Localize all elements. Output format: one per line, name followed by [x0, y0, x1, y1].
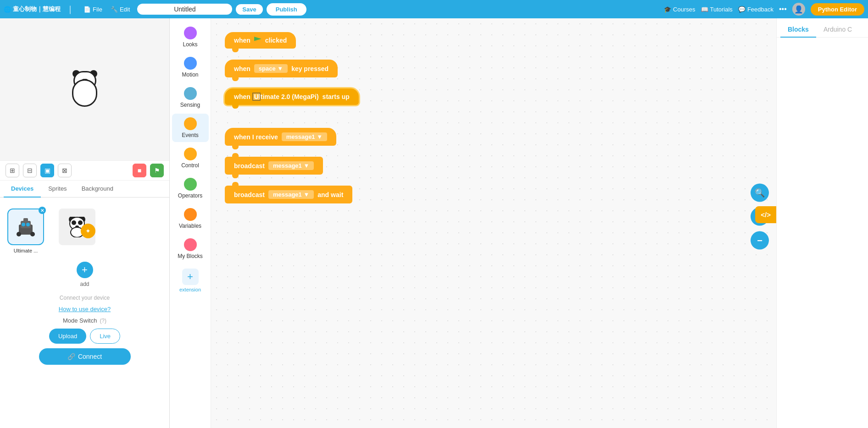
tab-arduino-c[interactable]: Arduino C	[816, 22, 859, 38]
blocks-content: when clicked when space ▼ key pressed	[211, 18, 776, 217]
broadcast-wait-dropdown[interactable]: message1 ▼	[268, 190, 314, 199]
file-menu[interactable]: 📄 File	[80, 4, 106, 15]
panda-body	[72, 79, 97, 107]
add-device-label: add	[80, 281, 89, 287]
broadcast-dropdown[interactable]: message1 ▼	[268, 161, 314, 170]
layout-4-button[interactable]: ⊠	[58, 164, 72, 177]
publish-button[interactable]: Publish	[267, 3, 306, 16]
svg-rect-5	[30, 232, 35, 236]
run-button[interactable]: ⚑	[150, 164, 164, 177]
right-tabs: Blocks Arduino C	[777, 18, 868, 38]
zoom-out-button[interactable]: −	[751, 231, 769, 250]
device-close-button[interactable]: ✕	[39, 207, 46, 214]
add-extension-button[interactable]: +	[182, 269, 199, 285]
courses-link[interactable]: 🎓 Courses	[664, 6, 695, 13]
tab-devices[interactable]: Devices	[4, 181, 41, 198]
more-options[interactable]: •••	[779, 5, 787, 13]
tab-sprites[interactable]: Sprites	[41, 181, 74, 198]
user-avatar[interactable]: 👤	[792, 3, 805, 16]
extension-label: extension	[179, 287, 201, 292]
device-robot-icon	[14, 215, 37, 238]
receive-dropdown[interactable]: message1 ▼	[282, 132, 327, 141]
live-button[interactable]: Live	[90, 329, 120, 344]
feedback-link[interactable]: 💬 Feedback	[738, 6, 773, 13]
block-when-flag-clicked[interactable]: when clicked	[225, 32, 762, 49]
tutorials-link[interactable]: 📖 Tutorials	[701, 6, 733, 13]
svg-rect-4	[17, 232, 21, 236]
tab-background[interactable]: Background	[74, 181, 121, 198]
block-when-receive[interactable]: when I receive message1 ▼	[225, 128, 762, 146]
add-device-button[interactable]: +	[77, 262, 93, 278]
code-tag-button[interactable]: </>	[755, 206, 776, 223]
block-broadcast[interactable]: broadcast message1 ▼	[225, 157, 762, 175]
layout-3-button[interactable]: ▣	[40, 164, 54, 177]
mode-switch-help-icon[interactable]: (?)	[100, 318, 106, 324]
motion-label: Motion	[182, 71, 198, 78]
operators-label: Operators	[178, 192, 202, 199]
mode-switch-label: Mode Switch	[63, 317, 97, 324]
topnav-menu: 📄 File 🔧 Edit	[80, 4, 134, 15]
block-when-startup[interactable]: when Ultimate 2.0 (MegaPi) starts up	[225, 88, 762, 105]
motion-dot	[184, 57, 197, 70]
block-when-key-pressed[interactable]: when space ▼ key pressed	[225, 60, 762, 77]
layout-1-button[interactable]: ⊞	[6, 164, 19, 177]
layout-icons: ⊞ ⊟ ▣ ⊠	[6, 164, 72, 177]
right-tools-area	[777, 38, 868, 428]
connect-icon: 🔗	[67, 353, 75, 360]
variables-dot	[184, 208, 197, 221]
events-dot	[184, 117, 197, 130]
layout-2-button[interactable]: ⊟	[23, 164, 37, 177]
palette-variables[interactable]: Variables	[172, 204, 209, 233]
sprite-badge: ✦	[81, 224, 95, 238]
left-tabs: Devices Sprites Background	[0, 181, 169, 198]
right-panel: Blocks Arduino C	[776, 18, 868, 428]
device-card-ultimate[interactable]: ✕	[7, 209, 44, 245]
palette-events[interactable]: Events	[172, 114, 209, 142]
blocks-workspace[interactable]: when clicked when space ▼ key pressed	[211, 18, 776, 428]
topnav: 🌐 童心制物｜慧编程 ｜ 📄 File 🔧 Edit Save Publish …	[0, 0, 868, 18]
palette-operators[interactable]: Operators	[172, 174, 209, 203]
palette-motion[interactable]: Motion	[172, 53, 209, 82]
tab-blocks[interactable]: Blocks	[780, 22, 816, 38]
brand-logo: 🌐 童心制物｜慧编程	[4, 5, 61, 13]
svg-point-10	[72, 220, 76, 225]
brand-globe-icon: 🌐	[4, 6, 11, 13]
palette-control[interactable]: Control	[172, 144, 209, 172]
palette-looks[interactable]: Looks	[172, 23, 209, 51]
palette-my-blocks[interactable]: My Blocks	[172, 235, 209, 263]
sprite-card[interactable]: ✦	[59, 209, 95, 245]
nav-separator: ｜	[66, 4, 74, 15]
connect-button[interactable]: 🔗 Connect	[39, 348, 131, 365]
project-title-input[interactable]	[137, 4, 232, 15]
looks-label: Looks	[183, 41, 197, 48]
python-editor-button[interactable]: Python Editor	[811, 3, 864, 16]
key-pressed-text: key pressed	[291, 65, 328, 72]
and-wait-text: and wait	[317, 191, 343, 198]
blocks-palette: Looks Motion Sensing Events Control Oper…	[170, 18, 211, 428]
zoom-search-button[interactable]: 🔍	[751, 184, 769, 202]
sensing-label: Sensing	[180, 102, 200, 108]
key-dropdown[interactable]: space ▼	[254, 64, 288, 73]
my-blocks-label: My Blocks	[178, 253, 203, 259]
save-button[interactable]: Save	[236, 4, 262, 15]
svg-point-11	[78, 220, 83, 225]
operators-dot	[184, 178, 197, 191]
svg-point-2	[22, 223, 25, 226]
palette-sensing[interactable]: Sensing	[172, 83, 209, 112]
block-broadcast-wait[interactable]: broadcast message1 ▼ and wait	[225, 186, 762, 203]
upload-button[interactable]: Upload	[49, 329, 86, 344]
when-text: when	[234, 37, 250, 44]
starts-up-text: starts up	[323, 93, 350, 100]
control-label: Control	[181, 162, 199, 169]
stop-button[interactable]: ■	[133, 164, 146, 177]
my-blocks-dot	[184, 238, 197, 251]
devices-area: ✕ Ultimate	[0, 198, 169, 428]
main-layout: ⊞ ⊟ ▣ ⊠ ■ ⚑ Devices Sprites Background	[0, 18, 868, 428]
looks-dot	[184, 27, 197, 39]
flag-icon	[254, 37, 262, 44]
connect-hint-text: Connect your device	[60, 295, 110, 301]
edit-menu[interactable]: 🔧 Edit	[107, 4, 134, 15]
how-to-link[interactable]: How to use device?	[59, 306, 111, 313]
panda-sprite	[69, 71, 101, 108]
left-panel: ⊞ ⊟ ▣ ⊠ ■ ⚑ Devices Sprites Background	[0, 18, 170, 428]
